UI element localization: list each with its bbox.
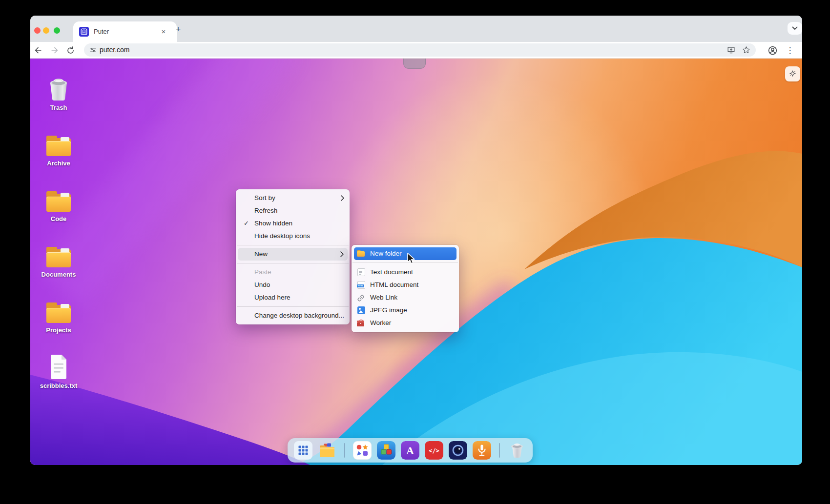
submenu-item-worker[interactable]: Worker [352, 317, 459, 329]
code-editor-icon: </> [425, 441, 443, 460]
close-tab-icon[interactable]: × [159, 27, 168, 36]
bookmark-button[interactable] [741, 45, 751, 55]
submenu-item-html-document[interactable]: HTML HTML document [352, 279, 459, 291]
star-icon [742, 45, 751, 55]
desktop-context-menu: Sort by Refresh ✓ Show hidden Hide deskt… [236, 189, 350, 324]
dock-divider [499, 443, 500, 458]
folder-icon [46, 302, 71, 324]
desktop-item-label: Documents [35, 271, 82, 278]
chevron-down-icon [792, 26, 798, 30]
desktop-item-code[interactable]: Code [35, 186, 82, 222]
web-link-icon [357, 294, 365, 302]
submenu-item-jpeg-image[interactable]: JPEG image [352, 304, 459, 317]
tab-title: Puter [94, 21, 109, 42]
desktop-item-archive[interactable]: Archive [35, 131, 82, 167]
taskbar-handle[interactable] [403, 59, 426, 69]
desktop-item-documents[interactable]: Documents [35, 242, 82, 278]
submenu-item-web-link[interactable]: Web Link [352, 291, 459, 304]
profile-button[interactable] [767, 44, 778, 56]
menu-item-upload-here[interactable]: Upload here [236, 291, 350, 304]
files-folder-icon [318, 441, 336, 460]
menu-separator [237, 263, 349, 263]
reload-button[interactable] [64, 44, 76, 56]
desktop-item-label: Projects [35, 326, 82, 334]
screen: Puter × + [0, 0, 830, 504]
menu-item-sort-by[interactable]: Sort by [236, 192, 350, 204]
text-file-icon [48, 354, 69, 380]
browser-window: Puter × + [30, 16, 802, 465]
account-icon [768, 45, 778, 56]
dock-item-blocks[interactable] [377, 441, 395, 460]
dock-item-code-editor[interactable]: </> [425, 441, 443, 460]
folder-icon [46, 136, 71, 157]
text-document-icon [357, 268, 365, 276]
back-arrow-icon [33, 45, 43, 55]
camera-icon [449, 441, 467, 460]
dock-item-app-launcher[interactable] [294, 441, 312, 460]
html-document-icon: HTML [357, 281, 365, 289]
site-info-icon[interactable] [88, 45, 98, 55]
app-center-icon [353, 441, 372, 460]
browser-tab[interactable]: Puter × [73, 21, 177, 42]
browser-menu-button[interactable]: ⋮ [784, 44, 796, 56]
close-window-button[interactable] [34, 27, 41, 34]
app-grid-icon [294, 441, 312, 460]
desktop-item-projects[interactable]: Projects [35, 298, 82, 334]
menu-item-change-desktop-background[interactable]: Change desktop background... [236, 309, 350, 322]
desktop-item-label: Archive [35, 160, 82, 167]
url-text[interactable]: puter.com [100, 43, 129, 57]
svg-text:A: A [406, 444, 414, 457]
submenu-item-text-document[interactable]: Text document [352, 266, 459, 279]
dock-item-app-center[interactable] [353, 441, 372, 460]
dock: A </> [288, 438, 533, 463]
mouse-cursor [405, 252, 417, 265]
folder-icon [46, 247, 71, 268]
install-icon [726, 45, 736, 55]
minimize-window-button[interactable] [43, 27, 49, 34]
puter-favicon-icon [79, 27, 89, 37]
forward-arrow-icon [50, 45, 60, 55]
menu-separator [237, 306, 349, 307]
dock-item-camera[interactable] [449, 441, 467, 460]
reload-icon [66, 46, 75, 55]
desktop-item-label: Trash [35, 104, 82, 111]
desktop-item-trash[interactable]: Trash [35, 75, 82, 111]
ai-assistant-button[interactable] [785, 66, 800, 81]
trash-icon [508, 441, 526, 460]
new-tab-button[interactable]: + [172, 23, 185, 36]
menu-item-new[interactable]: New [238, 248, 348, 261]
dock-item-voice-recorder[interactable] [473, 441, 491, 460]
trash-icon [47, 76, 70, 101]
text-editor-icon: A [401, 441, 419, 460]
microphone-icon [473, 441, 491, 460]
folder-icon [46, 191, 71, 213]
sparkle-icon [788, 69, 797, 79]
menu-item-hide-desktop-icons[interactable]: Hide desktop icons [236, 230, 350, 242]
blocks-icon [377, 441, 395, 460]
address-bar[interactable]: puter.com [84, 43, 756, 57]
dock-item-text-editor[interactable]: A [401, 441, 419, 460]
dock-item-files[interactable] [318, 441, 336, 460]
maximize-window-button[interactable] [54, 27, 60, 34]
check-icon: ✓ [244, 217, 251, 230]
menu-item-refresh[interactable]: Refresh [236, 204, 350, 217]
desktop-item-label: scribbles.txt [35, 382, 82, 389]
dock-item-trash[interactable] [508, 441, 526, 460]
back-button[interactable] [32, 44, 44, 56]
forward-button[interactable] [49, 44, 61, 56]
menu-item-undo[interactable]: Undo [236, 279, 350, 291]
svg-text:</>: </> [429, 447, 439, 454]
folder-icon [357, 250, 365, 258]
menu-item-show-hidden[interactable]: ✓ Show hidden [236, 217, 350, 230]
tab-search-button[interactable] [788, 22, 802, 35]
menu-item-paste: Paste [236, 266, 350, 279]
menu-separator [237, 245, 349, 245]
worker-icon [357, 320, 365, 327]
tab-strip: Puter × + [30, 16, 802, 42]
install-app-button[interactable] [726, 45, 736, 55]
chevron-right-icon [341, 195, 344, 201]
desktop-item-scribbles[interactable]: scribbles.txt [35, 353, 82, 389]
dock-divider [344, 443, 345, 458]
jpeg-image-icon [357, 306, 365, 314]
browser-toolbar: puter.com [30, 42, 802, 59]
